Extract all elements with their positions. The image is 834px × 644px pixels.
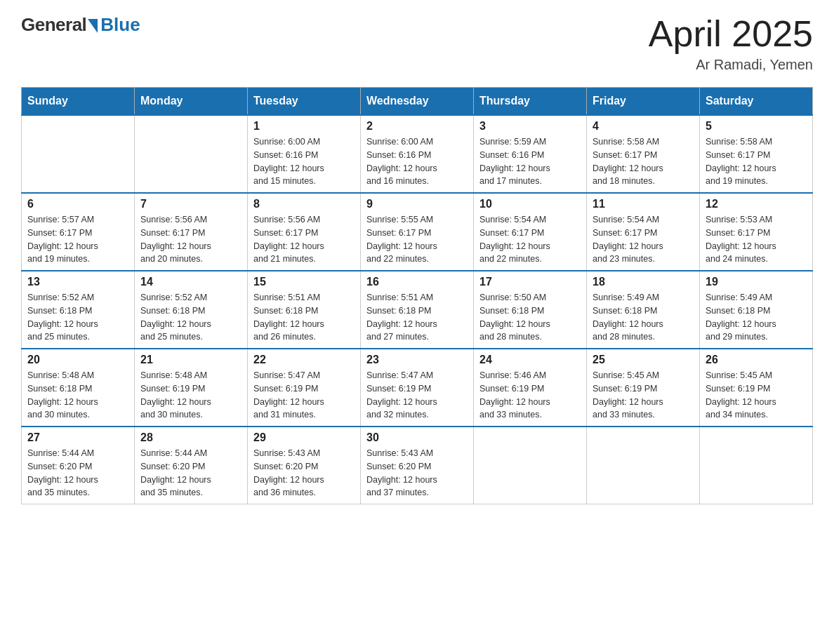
day-info: Sunrise: 5:44 AM Sunset: 6:20 PM Dayligh…: [27, 447, 128, 499]
calendar-cell: 29Sunrise: 5:43 AM Sunset: 6:20 PM Dayli…: [248, 427, 361, 504]
day-info: Sunrise: 5:47 AM Sunset: 6:19 PM Dayligh…: [253, 369, 355, 422]
day-number: 27: [27, 431, 128, 444]
day-info: Sunrise: 5:43 AM Sunset: 6:20 PM Dayligh…: [366, 447, 468, 499]
calendar-cell: 30Sunrise: 5:43 AM Sunset: 6:20 PM Dayli…: [361, 427, 474, 504]
day-info: Sunrise: 5:51 AM Sunset: 6:18 PM Dayligh…: [366, 291, 468, 344]
calendar-cell: 9Sunrise: 5:55 AM Sunset: 6:17 PM Daylig…: [361, 193, 474, 271]
day-number: 28: [140, 431, 241, 444]
day-info: Sunrise: 5:56 AM Sunset: 6:17 PM Dayligh…: [140, 213, 241, 266]
day-number: 4: [593, 120, 694, 133]
day-number: 20: [27, 354, 128, 366]
day-number: 21: [140, 354, 241, 366]
day-info: Sunrise: 5:52 AM Sunset: 6:18 PM Dayligh…: [140, 291, 241, 344]
calendar-cell: 17Sunrise: 5:50 AM Sunset: 6:18 PM Dayli…: [474, 271, 587, 349]
calendar-header-thursday: Thursday: [474, 88, 587, 116]
day-info: Sunrise: 5:51 AM Sunset: 6:18 PM Dayligh…: [253, 291, 355, 344]
calendar-cell: [587, 427, 700, 504]
calendar-header-monday: Monday: [135, 88, 248, 116]
day-info: Sunrise: 5:54 AM Sunset: 6:17 PM Dayligh…: [593, 213, 694, 266]
day-info: Sunrise: 6:00 AM Sunset: 6:16 PM Dayligh…: [366, 135, 468, 188]
day-info: Sunrise: 5:49 AM Sunset: 6:18 PM Dayligh…: [706, 291, 807, 344]
day-info: Sunrise: 5:56 AM Sunset: 6:17 PM Dayligh…: [253, 213, 355, 266]
day-number: 14: [140, 276, 241, 288]
month-title: April 2025: [649, 14, 813, 54]
calendar-cell: 28Sunrise: 5:44 AM Sunset: 6:20 PM Dayli…: [135, 427, 248, 504]
calendar-header-wednesday: Wednesday: [361, 88, 474, 116]
location-title: Ar Ramadi, Yemen: [649, 57, 813, 73]
calendar-table: SundayMondayTuesdayWednesdayThursdayFrid…: [21, 87, 813, 504]
calendar-cell: 2Sunrise: 6:00 AM Sunset: 6:16 PM Daylig…: [361, 115, 474, 193]
calendar-cell: 23Sunrise: 5:47 AM Sunset: 6:19 PM Dayli…: [361, 349, 474, 427]
calendar-cell: 19Sunrise: 5:49 AM Sunset: 6:18 PM Dayli…: [700, 271, 813, 349]
day-number: 17: [479, 276, 581, 288]
day-info: Sunrise: 5:52 AM Sunset: 6:18 PM Dayligh…: [27, 291, 128, 344]
calendar-week-row-3: 13Sunrise: 5:52 AM Sunset: 6:18 PM Dayli…: [22, 271, 813, 349]
calendar-cell: 6Sunrise: 5:57 AM Sunset: 6:17 PM Daylig…: [22, 193, 135, 271]
day-info: Sunrise: 5:53 AM Sunset: 6:17 PM Dayligh…: [706, 213, 807, 266]
day-number: 12: [706, 198, 807, 210]
day-number: 16: [366, 276, 468, 288]
day-info: Sunrise: 5:48 AM Sunset: 6:19 PM Dayligh…: [140, 369, 241, 422]
day-number: 18: [593, 276, 694, 288]
calendar-cell: 7Sunrise: 5:56 AM Sunset: 6:17 PM Daylig…: [135, 193, 248, 271]
calendar-cell: [474, 427, 587, 504]
calendar-header-tuesday: Tuesday: [248, 88, 361, 116]
day-info: Sunrise: 6:00 AM Sunset: 6:16 PM Dayligh…: [253, 135, 355, 188]
day-number: 22: [253, 354, 355, 366]
day-number: 1: [253, 120, 355, 133]
calendar-cell: 8Sunrise: 5:56 AM Sunset: 6:17 PM Daylig…: [248, 193, 361, 271]
day-info: Sunrise: 5:45 AM Sunset: 6:19 PM Dayligh…: [593, 369, 694, 422]
calendar-cell: 15Sunrise: 5:51 AM Sunset: 6:18 PM Dayli…: [248, 271, 361, 349]
day-number: 13: [27, 276, 128, 288]
logo-triangle-icon: [88, 19, 98, 33]
calendar-cell: [700, 427, 813, 504]
calendar-cell: 14Sunrise: 5:52 AM Sunset: 6:18 PM Dayli…: [135, 271, 248, 349]
day-number: 2: [366, 120, 468, 133]
calendar-cell: 1Sunrise: 6:00 AM Sunset: 6:16 PM Daylig…: [248, 115, 361, 193]
calendar-header-sunday: Sunday: [22, 88, 135, 116]
calendar-cell: 22Sunrise: 5:47 AM Sunset: 6:19 PM Dayli…: [248, 349, 361, 427]
day-info: Sunrise: 5:49 AM Sunset: 6:18 PM Dayligh…: [593, 291, 694, 344]
calendar-cell: 21Sunrise: 5:48 AM Sunset: 6:19 PM Dayli…: [135, 349, 248, 427]
day-number: 30: [366, 431, 468, 444]
day-number: 11: [593, 198, 694, 210]
calendar-week-row-4: 20Sunrise: 5:48 AM Sunset: 6:18 PM Dayli…: [22, 349, 813, 427]
day-number: 23: [366, 354, 468, 366]
page-header: General Blue April 2025 Ar Ramadi, Yemen: [21, 14, 813, 73]
day-info: Sunrise: 5:54 AM Sunset: 6:17 PM Dayligh…: [479, 213, 581, 266]
day-number: 9: [366, 198, 468, 210]
calendar-cell: 3Sunrise: 5:59 AM Sunset: 6:16 PM Daylig…: [474, 115, 587, 193]
day-number: 29: [253, 431, 355, 444]
day-number: 5: [706, 120, 807, 133]
day-info: Sunrise: 5:45 AM Sunset: 6:19 PM Dayligh…: [706, 369, 807, 422]
day-info: Sunrise: 5:58 AM Sunset: 6:17 PM Dayligh…: [706, 135, 807, 188]
calendar-header-row: SundayMondayTuesdayWednesdayThursdayFrid…: [22, 88, 813, 116]
calendar-cell: 5Sunrise: 5:58 AM Sunset: 6:17 PM Daylig…: [700, 115, 813, 193]
calendar-cell: 25Sunrise: 5:45 AM Sunset: 6:19 PM Dayli…: [587, 349, 700, 427]
day-number: 19: [706, 276, 807, 288]
day-number: 8: [253, 198, 355, 210]
day-number: 6: [27, 198, 128, 210]
calendar-cell: 10Sunrise: 5:54 AM Sunset: 6:17 PM Dayli…: [474, 193, 587, 271]
calendar-cell: 11Sunrise: 5:54 AM Sunset: 6:17 PM Dayli…: [587, 193, 700, 271]
day-number: 24: [479, 354, 581, 366]
calendar-cell: 4Sunrise: 5:58 AM Sunset: 6:17 PM Daylig…: [587, 115, 700, 193]
day-info: Sunrise: 5:46 AM Sunset: 6:19 PM Dayligh…: [479, 369, 581, 422]
day-number: 10: [479, 198, 581, 210]
calendar-cell: 18Sunrise: 5:49 AM Sunset: 6:18 PM Dayli…: [587, 271, 700, 349]
calendar-header-friday: Friday: [587, 88, 700, 116]
day-info: Sunrise: 5:55 AM Sunset: 6:17 PM Dayligh…: [366, 213, 468, 266]
calendar-cell: 12Sunrise: 5:53 AM Sunset: 6:17 PM Dayli…: [700, 193, 813, 271]
calendar-cell: 16Sunrise: 5:51 AM Sunset: 6:18 PM Dayli…: [361, 271, 474, 349]
day-info: Sunrise: 5:50 AM Sunset: 6:18 PM Dayligh…: [479, 291, 581, 344]
title-section: April 2025 Ar Ramadi, Yemen: [649, 14, 813, 73]
day-info: Sunrise: 5:59 AM Sunset: 6:16 PM Dayligh…: [479, 135, 581, 188]
calendar-week-row-2: 6Sunrise: 5:57 AM Sunset: 6:17 PM Daylig…: [22, 193, 813, 271]
day-number: 26: [706, 354, 807, 366]
calendar-cell: 27Sunrise: 5:44 AM Sunset: 6:20 PM Dayli…: [22, 427, 135, 504]
logo-general-text: General: [21, 14, 86, 36]
day-info: Sunrise: 5:44 AM Sunset: 6:20 PM Dayligh…: [140, 447, 241, 499]
day-number: 15: [253, 276, 355, 288]
calendar-cell: [135, 115, 248, 193]
calendar-cell: 26Sunrise: 5:45 AM Sunset: 6:19 PM Dayli…: [700, 349, 813, 427]
